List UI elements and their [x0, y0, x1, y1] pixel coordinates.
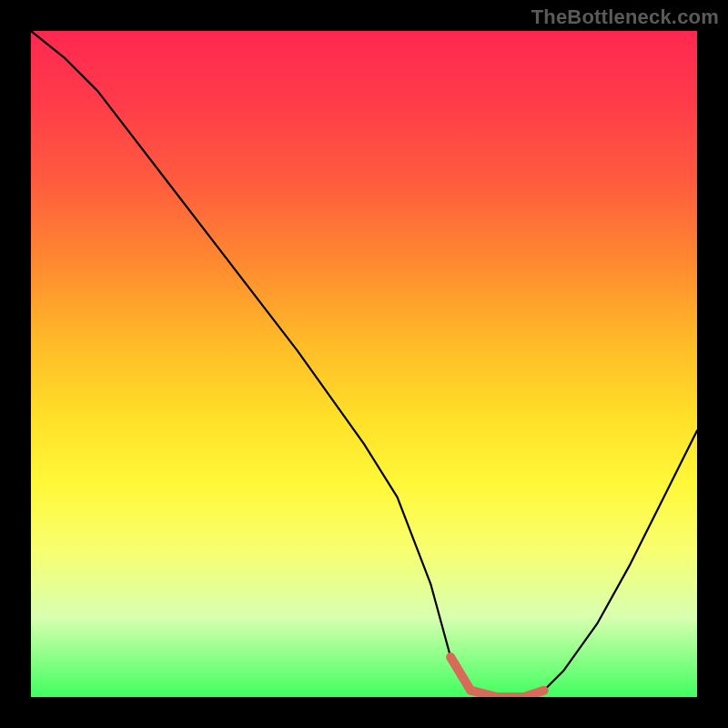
- plot-area: [31, 31, 697, 697]
- curve-svg: [31, 31, 697, 697]
- highlight-segment: [450, 657, 543, 697]
- bottleneck-curve: [31, 31, 697, 697]
- watermark-text: TheBottleneck.com: [531, 5, 719, 29]
- chart-frame: TheBottleneck.com: [0, 0, 728, 728]
